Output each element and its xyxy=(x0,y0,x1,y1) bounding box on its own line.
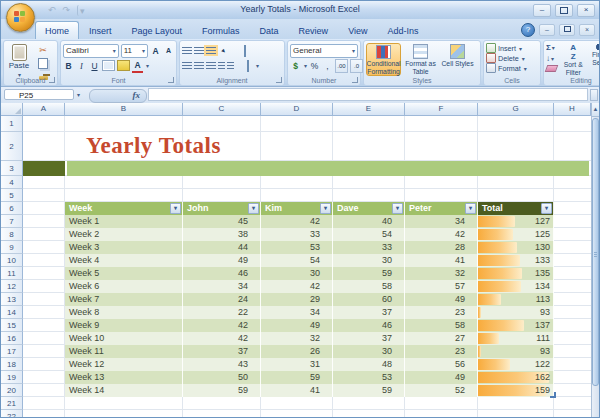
cell-value[interactable]: 41 xyxy=(405,254,478,267)
cell-total[interactable]: 113 xyxy=(478,293,554,306)
workbook-minimize-button[interactable]: – xyxy=(539,24,555,36)
row-header-13[interactable]: 13 xyxy=(1,293,23,306)
column-header-E[interactable]: E xyxy=(333,103,405,116)
tab-formulas[interactable]: Formulas xyxy=(192,21,250,39)
table-header-john[interactable]: John▾ xyxy=(183,202,261,215)
cell-value[interactable]: 53 xyxy=(261,241,333,254)
align-left-button[interactable] xyxy=(182,62,192,69)
cell-value[interactable]: 37 xyxy=(333,332,405,345)
font-color-button[interactable]: A xyxy=(132,59,143,73)
copy-button[interactable] xyxy=(36,57,50,70)
orientation-button[interactable]: ▾ xyxy=(215,42,231,58)
row-header-22[interactable]: 22 xyxy=(1,410,23,418)
increase-indent-button[interactable] xyxy=(227,62,234,69)
cell-total[interactable]: 122 xyxy=(478,358,554,371)
help-button[interactable]: ? xyxy=(521,23,535,37)
font-name-combo[interactable]: Calibri ▾ xyxy=(63,44,119,58)
cell-value[interactable]: 49 xyxy=(405,293,478,306)
dialog-launcher-icon[interactable] xyxy=(352,77,358,83)
cell-value[interactable]: 26 xyxy=(261,345,333,358)
row-header-16[interactable]: 16 xyxy=(1,332,23,345)
tab-page-layout[interactable]: Page Layout xyxy=(122,21,193,39)
cell-value[interactable]: 27 xyxy=(405,332,478,345)
row-header-12[interactable]: 12 xyxy=(1,280,23,293)
cell-week[interactable]: Week 10 xyxy=(65,332,183,345)
cell-week[interactable]: Week 11 xyxy=(65,345,183,358)
cell-value[interactable]: 23 xyxy=(405,345,478,358)
cell-total[interactable]: 137 xyxy=(478,319,554,332)
vertical-scrollbar[interactable]: ▲ xyxy=(591,103,599,417)
row-header-14[interactable]: 14 xyxy=(1,306,23,319)
row-header-2[interactable]: 2 xyxy=(1,132,23,161)
cell-value[interactable]: 46 xyxy=(333,319,405,332)
cell-week[interactable]: Week 4 xyxy=(65,254,183,267)
table-header-total[interactable]: Total▾ xyxy=(478,202,554,215)
row-header-7[interactable]: 7 xyxy=(1,215,23,228)
cell-value[interactable]: 52 xyxy=(405,384,478,397)
cell-value[interactable]: 49 xyxy=(261,319,333,332)
cell-value[interactable]: 59 xyxy=(261,371,333,384)
cell-value[interactable]: 60 xyxy=(333,293,405,306)
cell-value[interactable]: 32 xyxy=(405,267,478,280)
spreadsheet-grid[interactable]: Yearly Totals Week▾John▾Kim▾Dave▾Peter▾T… xyxy=(23,116,591,417)
row-header-5[interactable]: 5 xyxy=(1,189,23,202)
row-header-21[interactable]: 21 xyxy=(1,397,23,410)
table-header-kim[interactable]: Kim▾ xyxy=(261,202,333,215)
format-as-table-button[interactable]: Format as Table xyxy=(403,43,438,76)
column-header-G[interactable]: G xyxy=(478,103,554,116)
workbook-close-button[interactable]: × xyxy=(579,24,595,36)
row-header-15[interactable]: 15 xyxy=(1,319,23,332)
tab-add-ins[interactable]: Add-Ins xyxy=(377,21,428,39)
cell-value[interactable]: 37 xyxy=(333,306,405,319)
restore-button[interactable] xyxy=(555,4,573,17)
undo-button[interactable]: ↶ xyxy=(46,4,58,16)
dialog-launcher-icon[interactable] xyxy=(168,77,174,83)
cell-value[interactable]: 42 xyxy=(261,215,333,228)
name-box[interactable]: P25 xyxy=(4,89,74,100)
cell-value[interactable]: 24 xyxy=(183,293,261,306)
cell-total[interactable]: 130 xyxy=(478,241,554,254)
row-header-20[interactable]: 20 xyxy=(1,384,23,397)
column-header-F[interactable]: F xyxy=(405,103,478,116)
row-header-18[interactable]: 18 xyxy=(1,358,23,371)
row-header-11[interactable]: 11 xyxy=(1,267,23,280)
tab-data[interactable]: Data xyxy=(250,21,289,39)
cell-value[interactable]: 22 xyxy=(183,306,261,319)
cell-week[interactable]: Week 6 xyxy=(65,280,183,293)
table-header-peter[interactable]: Peter▾ xyxy=(405,202,478,215)
cut-button[interactable]: ✂ xyxy=(36,43,50,56)
cell-week[interactable]: Week 14 xyxy=(65,384,183,397)
cell-week[interactable]: Week 1 xyxy=(65,215,183,228)
cell-week[interactable]: Week 13 xyxy=(65,371,183,384)
cell-value[interactable]: 53 xyxy=(333,371,405,384)
cell-total[interactable]: 111 xyxy=(478,332,554,345)
scrollbar-thumb[interactable] xyxy=(592,118,599,386)
cell-value[interactable]: 57 xyxy=(405,280,478,293)
cell-value[interactable]: 32 xyxy=(261,332,333,345)
table-header-dave[interactable]: Dave▾ xyxy=(333,202,405,215)
comma-style-button[interactable]: , xyxy=(322,60,333,72)
cell-value[interactable]: 50 xyxy=(183,371,261,384)
row-header-9[interactable]: 9 xyxy=(1,241,23,254)
title-band-dark-cell[interactable] xyxy=(23,161,65,176)
clear-button[interactable] xyxy=(546,65,557,74)
cell-value[interactable]: 42 xyxy=(405,228,478,241)
cell-total[interactable]: 134 xyxy=(478,280,554,293)
tab-insert[interactable]: Insert xyxy=(79,21,122,39)
cell-total[interactable]: 93 xyxy=(478,306,554,319)
cell-week[interactable]: Week 5 xyxy=(65,267,183,280)
cell-total[interactable]: 125 xyxy=(478,228,554,241)
dialog-launcher-icon[interactable] xyxy=(276,77,282,83)
cell-value[interactable]: 45 xyxy=(183,215,261,228)
close-button[interactable]: × xyxy=(577,4,595,17)
font-size-combo[interactable]: 11 ▾ xyxy=(121,44,148,58)
select-all-corner[interactable] xyxy=(1,103,23,116)
cell-value[interactable]: 34 xyxy=(261,306,333,319)
table-header-week[interactable]: Week▾ xyxy=(65,202,183,215)
tab-home[interactable]: Home xyxy=(35,21,79,39)
paste-button[interactable]: Paste ▾ xyxy=(6,44,32,79)
cell-value[interactable]: 40 xyxy=(333,215,405,228)
row-header-8[interactable]: 8 xyxy=(1,228,23,241)
name-box-dropdown-icon[interactable]: ▾ xyxy=(77,91,80,98)
expand-formula-bar-button[interactable] xyxy=(590,89,598,101)
